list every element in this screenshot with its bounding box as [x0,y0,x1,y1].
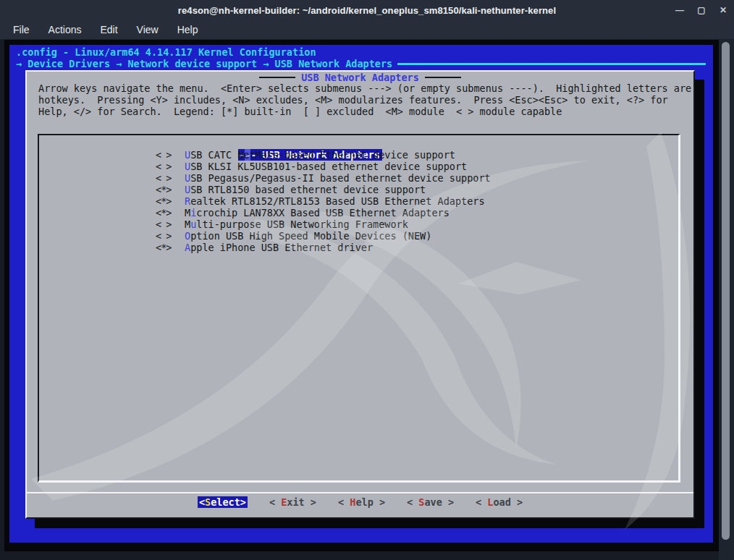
menu-help[interactable]: Help [177,24,198,35]
dialog-title-row: USB Network Adapters [27,72,693,82]
kernel-config-header: .config - Linux/arm64 4.14.117 Kernel Co… [16,46,316,58]
module-state-marker: < > [156,219,175,230]
minimize-icon[interactable]: — [675,5,685,15]
dialog-button-load[interactable]: < Load > [476,496,523,508]
menu-item-usb[interactable]: < >USB Pegasus/Pegasus-II based ethernet… [156,172,678,184]
dialog-title: USB Network Adapters [301,72,419,83]
menu-listbox: --- USB Network Adapters < >USB CATC Net… [38,134,680,483]
close-icon[interactable]: ✕ [718,5,728,15]
hotkey-letter: U [185,184,190,195]
breadcrumb-rule [397,63,706,65]
module-state-marker: <*> [156,195,175,207]
dialog-button-select[interactable]: <Select> [198,496,248,508]
menu-item-multi-purpose[interactable]: < >Multi-purpose USB Networking Framewor… [156,219,678,230]
dialog-button-save[interactable]: < Save > [407,496,454,508]
module-state-marker: <*> [156,242,175,253]
dialog-shadow-bottom [35,519,704,528]
breadcrumb-text: → Device Drivers → Network device suppor… [16,58,392,69]
menu-item-realtek[interactable]: <*>Realtek RTL8152/RTL8153 Based USB Eth… [156,195,678,207]
menu-item-selected[interactable]: --- USB Network Adapters [156,137,678,149]
menu-edit[interactable]: Edit [100,24,117,35]
hotkey-letter: A [185,242,190,253]
dialog-buttons: <Select>< Exit >< Help >< Save >< Load > [27,495,693,509]
usb-network-adapters-dialog: USB Network Adapters Arrow keys navigate… [25,70,695,519]
dialog-button-exit[interactable]: < Exit > [269,496,316,508]
menu-actions[interactable]: Actions [48,24,82,35]
menu-item-apple[interactable]: <*>Apple iPhone USB Ethernet driver [156,242,678,253]
menuconfig-screen: .config - Linux/arm64 4.14.117 Kernel Co… [9,45,713,543]
menu-file[interactable]: File [13,24,30,35]
menu-item-microchip[interactable]: <*>Microchip LAN78XX Based USB Ethernet … [156,207,678,219]
menu-item-usb[interactable]: < >USB CATC NetMate-based Ethernet devic… [156,149,678,161]
button-hotkey-letter: E [281,496,287,508]
instructions-line-3: Help, </> for Search. Legend: [*] built-… [38,106,689,117]
dialog-button-help[interactable]: < Help > [338,496,385,508]
instructions-line-2: hotkeys. Pressing <Y> includes, <N> excl… [38,94,689,106]
maximize-icon[interactable]: ▢ [696,5,706,15]
button-hotkey-letter: H [350,496,355,508]
button-separator [27,492,693,493]
window-titlebar: re4son@nh-kernel-builder: ~/android/kern… [0,0,734,20]
title-rule-right [425,77,461,78]
module-state-marker: < > [156,230,175,242]
dialog-instructions: Arrow keys navigate the menu. <Enter> se… [38,82,689,117]
menu-list: --- USB Network Adapters < >USB CATC Net… [39,135,678,253]
menu-bar: File Actions Edit View Help [0,20,734,40]
scrollbar-thumb[interactable] [722,42,730,540]
scrollbar-track[interactable] [719,40,734,560]
button-hotkey-letter: S [205,496,211,508]
breadcrumb: → Device Drivers → Network device suppor… [16,58,706,69]
menu-view[interactable]: View [137,24,159,35]
hotkey-letter: O [185,230,190,242]
module-state-marker: <*> [156,207,175,219]
module-state-marker: <*> [156,184,175,195]
module-state-marker: < > [156,172,175,184]
module-state-marker: < > [156,149,175,161]
hotkey-letter: U [185,161,190,172]
hotkey-letter: U [185,172,190,184]
button-hotkey-letter: L [487,496,493,508]
window-controls: — ▢ ✕ [675,0,728,20]
instructions-line-1: Arrow keys navigate the menu. <Enter> se… [38,82,689,94]
menu-item-option[interactable]: < >Option USB High Speed Mobile Devices … [156,230,678,242]
terminal-window: re4son@nh-kernel-builder: ~/android/kern… [0,0,734,560]
hotkey-letter: U [185,149,190,161]
terminal-viewport: .config - Linux/arm64 4.14.117 Kernel Co… [4,40,719,551]
module-state-marker: < > [156,161,175,172]
dialog-shadow-right [695,80,704,528]
window-title: re4son@nh-kernel-builder: ~/android/kern… [0,5,734,16]
menu-item-usb[interactable]: < >USB KLSI KL5USB101-based ethernet dev… [156,161,678,172]
menu-item-usb[interactable]: <*>USB RTL8150 based ethernet device sup… [156,184,678,195]
button-hotkey-letter: S [418,496,424,508]
hotkey-letter: R [185,195,190,207]
title-rule-left [259,77,295,78]
